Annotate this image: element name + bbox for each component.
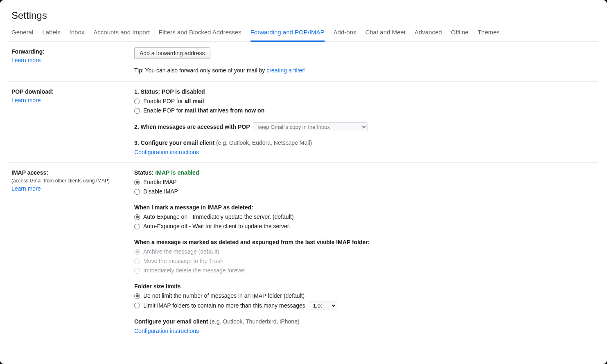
imap-configure-bold: Configure your email client (134, 318, 208, 325)
imap-folder-heading: Folder size limits (134, 282, 596, 291)
imap-trash-radio (134, 258, 140, 264)
imap-expunge-off-radio[interactable] (134, 224, 140, 229)
tab-advanced[interactable]: Advanced (415, 29, 442, 42)
pop-enable-new-prefix: Enable POP for (143, 107, 185, 114)
pop-learn-more-link[interactable]: Learn more (11, 96, 134, 105)
pop-configuration-link[interactable]: Configuration instructions (134, 148, 596, 157)
imap-label: IMAP access: (11, 169, 134, 177)
tab-forwarding-pop-imap[interactable]: Forwarding and POP/IMAP (250, 29, 325, 42)
imap-folder-limit-select[interactable]: 1,000 (309, 301, 337, 310)
section-pop: POP download: Learn more 1. Status: POP … (9, 82, 598, 163)
imap-archive-label: Archive the message (default) (143, 247, 219, 256)
imap-configure-muted: (e.g. Outlook, Thunderbird, iPhone) (208, 318, 299, 325)
tab-offline[interactable]: Offline (451, 29, 469, 42)
imap-status-value: IMAP is enabled (155, 169, 199, 176)
section-imap: IMAP access: (access Gmail from other cl… (9, 163, 598, 341)
imap-folder-nolimit-radio[interactable] (134, 293, 140, 299)
imap-expunge-off-label: Auto-Expunge off - Wait for the client t… (143, 222, 291, 231)
forwarding-learn-more-link[interactable]: Learn more (11, 56, 134, 65)
imap-expunge-on-radio[interactable] (134, 214, 140, 220)
page-title: Settings (11, 10, 598, 21)
imap-subnote: (access Gmail from other clients using I… (11, 177, 134, 184)
tab-accounts-import[interactable]: Accounts and Import (93, 29, 150, 42)
imap-delete-radio (134, 268, 140, 274)
forwarding-tip-text: Tip: You can also forward only some of y… (134, 67, 266, 74)
tab-inbox[interactable]: Inbox (70, 29, 85, 42)
imap-learn-more-link[interactable]: Learn more (11, 184, 134, 193)
pop-accessed-label: 2. When messages are accessed with POP (134, 124, 250, 130)
pop-enable-all-prefix: Enable POP for (143, 98, 185, 104)
imap-expunged-heading: When a message is marked as deleted and … (134, 238, 596, 247)
forwarding-label: Forwarding: (11, 47, 134, 56)
imap-archive-radio (134, 249, 140, 255)
settings-tabs: General Labels Inbox Accounts and Import… (9, 29, 598, 42)
imap-delete-label: Immediately delete the message forever (143, 266, 245, 275)
add-forwarding-address-button[interactable]: Add a forwarding address (134, 47, 210, 59)
imap-trash-label: Move the message to the Trash (143, 257, 223, 265)
tab-themes[interactable]: Themes (478, 29, 500, 42)
pop-label: POP download: (11, 88, 134, 96)
imap-disable-label: Disable IMAP (143, 187, 178, 196)
tab-filters[interactable]: Filters and Blocked Addresses (159, 29, 241, 42)
tab-addons[interactable]: Add-ons (334, 29, 357, 42)
tab-chat-meet[interactable]: Chat and Meet (365, 29, 405, 42)
imap-expunge-on-label: Auto-Expunge on - Immediately update the… (143, 213, 293, 221)
imap-folder-limit-radio[interactable] (134, 303, 140, 308)
pop-enable-all-bold: all mail (185, 98, 204, 104)
tab-labels[interactable]: Labels (42, 29, 60, 42)
pop-status-value: POP is disabled (162, 88, 205, 95)
pop-enable-new-radio[interactable] (134, 108, 140, 114)
imap-folder-limit-label: Limit IMAP folders to contain no more th… (143, 301, 305, 310)
pop-enable-new-bold: mail that arrives from now on (185, 107, 264, 114)
pop-status-prefix: 1. Status: (134, 88, 162, 95)
imap-disable-radio[interactable] (134, 189, 140, 195)
pop-configure-bold: 3. Configure your email client (134, 139, 214, 146)
pop-accessed-select[interactable]: keep Gmail's copy in the Inbox (253, 122, 368, 131)
imap-configuration-link[interactable]: Configuration instructions (134, 327, 596, 335)
pop-configure-muted: (e.g. Outlook, Eudora, Netscape Mail) (214, 139, 312, 146)
imap-status-prefix: Status: (134, 169, 155, 176)
tab-general[interactable]: General (11, 29, 33, 42)
pop-enable-all-radio[interactable] (134, 99, 140, 104)
imap-folder-nolimit-label: Do not limit the number of messages in a… (143, 292, 305, 300)
imap-enable-label: Enable IMAP (143, 178, 177, 186)
imap-deleted-heading: When I mark a message in IMAP as deleted… (134, 203, 596, 212)
section-forwarding: Forwarding: Learn more Add a forwarding … (9, 42, 598, 82)
imap-enable-radio[interactable] (134, 180, 140, 185)
creating-filter-link[interactable]: creating a filter! (266, 67, 306, 74)
